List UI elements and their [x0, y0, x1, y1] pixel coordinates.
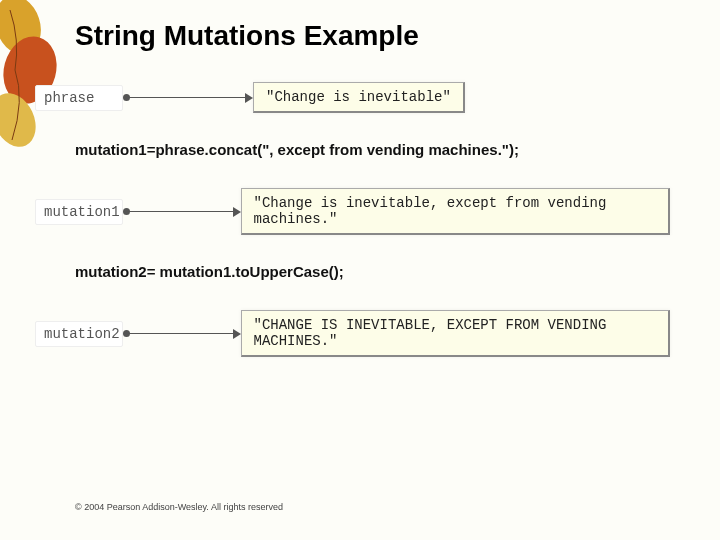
code-line-2: mutation2= mutation1.toUpperCase();	[75, 263, 670, 280]
diagram-row-mutation1: mutation1 "Change is inevitable, except …	[35, 188, 670, 235]
variable-box-mutation2: mutation2	[35, 321, 123, 347]
arrow-icon	[123, 93, 253, 103]
arrow-icon	[123, 329, 241, 339]
diagram-row-phrase: phrase "Change is inevitable"	[35, 82, 670, 113]
value-box-mutation1: "Change is inevitable, except from vendi…	[241, 188, 671, 235]
variable-box-phrase: phrase	[35, 85, 123, 111]
copyright-footer: © 2004 Pearson Addison-Wesley. All right…	[75, 502, 283, 512]
value-box-mutation2: "CHANGE IS INEVITABLE, EXCEPT FROM VENDI…	[241, 310, 671, 357]
arrow-icon	[123, 207, 241, 217]
code-line-1: mutation1=phrase.concat(", except from v…	[75, 141, 670, 158]
diagram-row-mutation2: mutation2 "CHANGE IS INEVITABLE, EXCEPT …	[35, 310, 670, 357]
value-box-phrase: "Change is inevitable"	[253, 82, 465, 113]
variable-box-mutation1: mutation1	[35, 199, 123, 225]
slide-title: String Mutations Example	[75, 20, 670, 52]
